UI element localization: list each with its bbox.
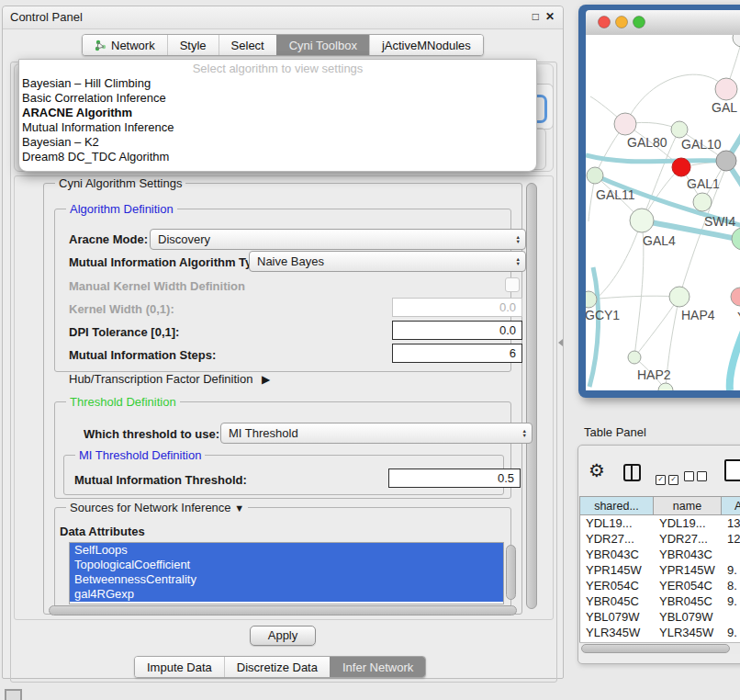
table-cell[interactable]: YLR345W: [654, 625, 722, 640]
threshold-definition-title: Threshold Definition: [66, 395, 180, 409]
kernel-width-field[interactable]: 0.0: [392, 298, 522, 317]
which-threshold-label: Which threshold to use:: [84, 427, 219, 441]
hub-definition-expander[interactable]: Hub/Transcription Factor Definition ▶: [69, 372, 270, 386]
algorithm-option[interactable]: Bayesian – K2: [19, 135, 536, 150]
tab-network[interactable]: Network: [83, 35, 167, 55]
table-cell[interactable]: [722, 547, 740, 562]
which-threshold-combobox[interactable]: MI Threshold ▲▼: [220, 423, 533, 444]
table-cell[interactable]: 9.: [722, 625, 740, 640]
list-item-selected[interactable]: TopologicalCoefficient: [70, 558, 503, 572]
network-node[interactable]: [733, 35, 740, 47]
node-label: GCY1: [586, 308, 620, 322]
sources-group-title[interactable]: Sources for Network Inference ▼: [66, 501, 248, 514]
aracne-mode-combobox[interactable]: Discovery ▲▼: [150, 229, 526, 250]
mi-threshold-group-title: MI Threshold Definition: [75, 448, 205, 462]
settings-hscrollbar-thumb[interactable]: [49, 605, 517, 615]
settings-vscrollbar-track[interactable]: [525, 181, 537, 613]
table-cell[interactable]: YBR045C: [580, 593, 654, 609]
data-attributes-list[interactable]: SelfLoops TopologicalCoefficient Between…: [69, 542, 504, 604]
table-cell[interactable]: YDR27...: [580, 531, 654, 547]
dpi-tolerance-label: DPI Tolerance [0,1]:: [69, 325, 179, 339]
network-node[interactable]: [669, 287, 690, 307]
algorithm-option[interactable]: Mutual Information Inference: [19, 120, 536, 135]
tab-discretize-data[interactable]: Discretize Data: [224, 657, 330, 677]
control-panel-tabbar: Network Style Select Cyni Toolbox jActiv…: [82, 34, 484, 56]
network-node[interactable]: [671, 121, 688, 138]
network-node[interactable]: [587, 167, 603, 184]
minimized-window-icon[interactable]: [5, 689, 22, 700]
show-columns-icon[interactable]: ✓✓: [656, 469, 681, 485]
list-item-selected[interactable]: BetweennessCentrality: [70, 572, 503, 587]
close-window-icon[interactable]: ✕: [545, 10, 555, 23]
network-nodes[interactable]: [586, 35, 740, 390]
network-window-titlebar: [586, 10, 740, 36]
list-item-selected[interactable]: gal4RGexp: [70, 587, 503, 602]
network-node[interactable]: [614, 113, 636, 135]
float-window-icon[interactable]: □: [533, 10, 539, 23]
algorithm-option[interactable]: Basic Correlation Inference: [19, 91, 536, 106]
network-node[interactable]: [732, 228, 740, 250]
table-cell[interactable]: YBR043C: [580, 547, 654, 562]
table-cell[interactable]: YBR045C: [654, 593, 722, 609]
network-node[interactable]: [715, 78, 737, 100]
algorithm-option-selected[interactable]: ARACNE Algorithm: [19, 106, 536, 120]
column-header-name[interactable]: name: [654, 496, 722, 515]
manual-kernel-width-checkbox[interactable]: [505, 277, 520, 292]
mi-steps-field[interactable]: 6: [392, 344, 522, 363]
network-node[interactable]: [628, 351, 641, 364]
tab-style[interactable]: Style: [167, 35, 219, 55]
hide-columns-icon[interactable]: [684, 469, 710, 485]
apply-button[interactable]: Apply: [250, 626, 316, 646]
table-cell[interactable]: YBL079W: [580, 609, 654, 625]
panel-splitter-handle[interactable]: [558, 339, 563, 346]
table-cell[interactable]: 9.: [722, 593, 740, 609]
tab-select[interactable]: Select: [219, 35, 276, 55]
table-cell[interactable]: 9.: [722, 562, 740, 578]
algorithm-option[interactable]: Bayesian – Hill Climbing: [19, 76, 536, 91]
table-cell[interactable]: 12: [722, 531, 740, 547]
table-cell[interactable]: YER054C: [654, 578, 722, 593]
algorithm-option[interactable]: Dream8 DC_TDC Algorithm: [19, 150, 536, 164]
table-cell[interactable]: YER054C: [580, 578, 654, 593]
column-header-degree[interactable]: A: [722, 496, 740, 515]
document-icon[interactable]: [724, 459, 740, 481]
tab-select-label: Select: [231, 39, 264, 52]
table-cell[interactable]: [722, 609, 740, 625]
traffic-light-zoom-icon[interactable]: [633, 17, 645, 28]
column-header-shared-name[interactable]: shared...: [580, 496, 654, 515]
tab-cyni-toolbox[interactable]: Cyni Toolbox: [276, 35, 369, 55]
attribute-list-vscrollbar-thumb[interactable]: [506, 545, 516, 600]
network-canvas[interactable]: GAL GAL80 GAL10 GAL1 SWI4 GAL11 GAL4 GCY…: [586, 35, 740, 390]
table-cell[interactable]: YPR145W: [654, 562, 722, 578]
tab-infer-network[interactable]: Infer Network: [330, 657, 425, 677]
mi-algorithm-type-value: Naive Bayes: [257, 254, 324, 268]
columns-icon[interactable]: [623, 464, 641, 481]
table-cell[interactable]: 8.: [722, 578, 740, 593]
table-cell[interactable]: YBL079W: [654, 609, 722, 625]
table-cell[interactable]: YDL19...: [580, 515, 654, 531]
network-graph: GAL GAL80 GAL10 GAL1 SWI4 GAL11 GAL4 GCY…: [586, 35, 740, 390]
table-cell[interactable]: YBR043C: [654, 547, 722, 562]
network-node[interactable]: [731, 288, 740, 306]
network-node[interactable]: [716, 151, 736, 171]
tab-impute-data[interactable]: Impute Data: [135, 657, 224, 677]
mi-threshold-field[interactable]: 0.5: [388, 469, 521, 488]
tab-jactivemnodules[interactable]: jActiveMNodules: [369, 35, 483, 55]
table-hscrollbar-track[interactable]: [579, 642, 740, 654]
gear-icon[interactable]: ⚙: [589, 461, 605, 480]
table-cell[interactable]: 13: [722, 515, 740, 531]
list-item-selected[interactable]: SelfLoops: [70, 543, 503, 558]
network-node[interactable]: [630, 209, 654, 232]
table-cell[interactable]: YDL19...: [654, 515, 722, 531]
traffic-light-close-icon[interactable]: [599, 17, 611, 28]
table-cell[interactable]: YPR145W: [580, 562, 654, 578]
network-node[interactable]: [693, 193, 712, 211]
settings-vscrollbar-thumb[interactable]: [526, 183, 537, 609]
table-cell[interactable]: YLR345W: [580, 625, 654, 640]
table-cell[interactable]: YDR27...: [654, 531, 722, 547]
traffic-light-minimize-icon[interactable]: [616, 17, 628, 28]
mi-algorithm-type-combobox[interactable]: Naive Bayes ▲▼: [249, 251, 526, 272]
table-hscrollbar-thumb[interactable]: [581, 644, 730, 653]
dpi-tolerance-field[interactable]: 0.0: [392, 321, 522, 340]
network-node-highlighted[interactable]: [672, 158, 690, 176]
